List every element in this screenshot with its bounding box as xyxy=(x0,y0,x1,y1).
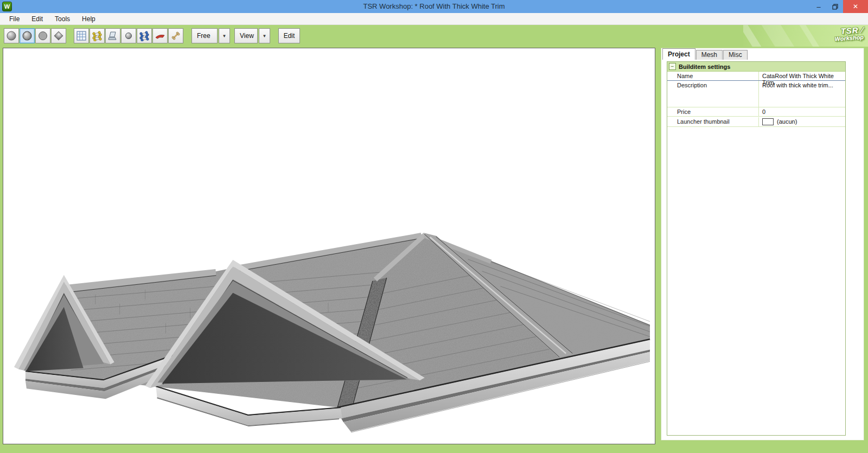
toolbar-laptop-button[interactable] xyxy=(105,28,120,43)
toolbar-bone-button[interactable] xyxy=(168,28,183,43)
restore-icon xyxy=(832,4,838,10)
sphere-smooth-icon xyxy=(6,30,17,41)
tab-mesh[interactable]: Mesh xyxy=(696,50,723,60)
viewport-3d[interactable] xyxy=(3,48,655,444)
price-label: Price xyxy=(667,107,758,116)
toolbar: Free ▼ View ▼ Edit xyxy=(0,25,868,47)
toolbar-small-sphere-button[interactable] xyxy=(121,28,136,43)
small-sphere-icon xyxy=(123,30,134,41)
row-launcher-thumbnail: Launcher thumbnail (aucun) xyxy=(667,117,845,127)
toolbar-lattice-yellow-button[interactable] xyxy=(90,28,105,43)
laptop-icon xyxy=(107,30,118,41)
properties-panel: Project Mesh Misc − Builditem settings N… xyxy=(661,48,864,441)
view-value[interactable]: View xyxy=(234,28,258,43)
window-title: TSR Workshop: * Roof With Thick White Tr… xyxy=(0,0,868,13)
restore-button[interactable] xyxy=(827,0,843,13)
lattice-blue-icon xyxy=(139,30,150,41)
app-window: W TSR Workshop: * Roof With Thick White … xyxy=(0,0,868,453)
toolbar-roof-piece-button[interactable] xyxy=(152,28,168,43)
menu-edit[interactable]: Edit xyxy=(25,13,49,25)
toolbar-lattice-blue-button[interactable] xyxy=(137,28,152,43)
toolbar-sphere-flat-button[interactable] xyxy=(35,28,50,43)
titlebar[interactable]: W TSR Workshop: * Roof With Thick White … xyxy=(0,0,868,13)
menu-file[interactable]: File xyxy=(3,13,25,25)
collapse-toggle[interactable]: − xyxy=(669,63,676,70)
row-description: Description Roof with thick white trim..… xyxy=(667,81,845,107)
camera-mode-dropdown[interactable]: Free ▼ xyxy=(192,28,230,43)
description-label: Description xyxy=(667,81,758,107)
toolbar-sphere-shaded-button[interactable] xyxy=(20,28,35,43)
close-button[interactable]: ✕ xyxy=(843,0,868,13)
toolbar-grid-button[interactable] xyxy=(74,28,89,43)
menu-tools[interactable]: Tools xyxy=(49,13,76,25)
launcher-thumbnail-label: Launcher thumbnail xyxy=(667,117,758,126)
toolbar-sphere-smooth-button[interactable] xyxy=(4,28,19,43)
bone-icon xyxy=(170,30,181,41)
view-dropdown[interactable]: View ▼ xyxy=(234,28,270,43)
tab-project[interactable]: Project xyxy=(662,48,695,60)
builditem-settings-title: Builditem settings xyxy=(679,63,730,70)
diamond-icon xyxy=(53,30,64,41)
name-value[interactable]: CataRoof With Thick White Trim xyxy=(758,72,845,80)
row-name: Name CataRoof With Thick White Trim xyxy=(667,72,845,81)
panel-tabs: Project Mesh Misc xyxy=(662,48,748,60)
roof-piece-red-icon xyxy=(155,30,165,41)
name-label: Name xyxy=(667,72,758,80)
minimize-button[interactable]: – xyxy=(810,0,827,13)
menubar: File Edit Tools Help xyxy=(0,13,868,25)
edit-button[interactable]: Edit xyxy=(278,28,300,43)
builditem-settings-header: − Builditem settings xyxy=(667,62,845,72)
tsr-workshop-logo: TSR ∕ Workshop xyxy=(743,25,868,47)
lattice-yellow-icon xyxy=(92,30,103,41)
view-arrow[interactable]: ▼ xyxy=(259,28,270,43)
camera-mode-value[interactable]: Free xyxy=(192,28,218,43)
toolbar-diamond-button[interactable] xyxy=(51,28,66,43)
thumbnail-box[interactable] xyxy=(762,118,774,125)
launcher-thumbnail-value[interactable]: (aucun) xyxy=(758,117,845,126)
row-price: Price 0 xyxy=(667,107,845,117)
camera-mode-arrow[interactable]: ▼ xyxy=(219,28,230,43)
menu-help[interactable]: Help xyxy=(76,13,101,25)
tab-misc[interactable]: Misc xyxy=(723,50,748,60)
sphere-flat-icon xyxy=(37,30,48,41)
thumbnail-none-text: (aucun) xyxy=(777,118,797,125)
price-value[interactable]: 0 xyxy=(758,107,845,116)
description-value[interactable]: Roof with thick white trim... xyxy=(758,81,845,107)
builditem-property-grid: − Builditem settings Name CataRoof With … xyxy=(667,61,846,436)
logo-line2: Workshop xyxy=(835,34,864,42)
roof-3d-render xyxy=(3,48,655,444)
grid-icon xyxy=(76,30,87,41)
sphere-shaded-icon xyxy=(22,30,33,41)
